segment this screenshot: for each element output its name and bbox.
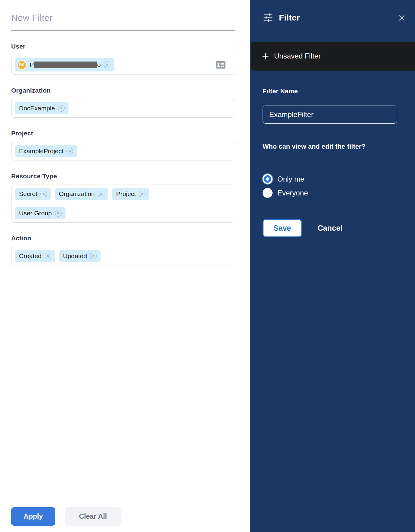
remove-project-chip-icon[interactable]	[66, 148, 73, 154]
resource-type-chip-user-group: User Group	[15, 207, 65, 219]
drawer-title: Filter	[279, 13, 300, 23]
unsaved-filter-label: Unsaved Filter	[274, 52, 321, 60]
user-field-label: User	[11, 43, 250, 50]
resource-type-chip-project: Project	[112, 188, 149, 200]
resource-type-field-label: Resource Type	[11, 173, 250, 180]
drawer-header: Filter	[250, 0, 415, 23]
remove-user-group-chip-icon[interactable]	[55, 210, 62, 217]
remove-created-chip-icon[interactable]	[45, 253, 51, 259]
filter-name-input[interactable]	[263, 106, 397, 124]
user-chip-name: Po	[30, 61, 101, 68]
cancel-button[interactable]: Cancel	[318, 224, 343, 233]
resource-type-chip-secret: Secret	[15, 188, 51, 200]
user-avatar: RS	[17, 60, 27, 70]
filter-screen: New Filter User RS Po Organi	[0, 0, 415, 532]
new-filter-panel: New Filter User RS Po Organi	[0, 0, 250, 532]
action-field-label: Action	[11, 235, 250, 242]
contact-card-icon[interactable]	[215, 61, 226, 69]
organization-field-box[interactable]: DocExample	[11, 99, 235, 118]
resource-type-chip-organization: Organization	[55, 188, 108, 200]
action-chip-created: Created	[15, 250, 55, 262]
organization-field-label: Organization	[11, 87, 250, 94]
clear-all-button[interactable]: Clear All	[65, 507, 121, 526]
radio-only-me[interactable]: Only me	[263, 174, 397, 184]
new-filter-title-input[interactable]: New Filter	[11, 13, 250, 23]
project-chip: ExampleProject	[15, 145, 77, 157]
redacted-name-bar	[34, 62, 97, 68]
unsaved-filter-tab[interactable]: Unsaved Filter	[251, 42, 415, 71]
project-field-box[interactable]: ExampleProject	[11, 142, 235, 160]
save-button[interactable]: Save	[263, 219, 302, 237]
sliders-icon	[263, 13, 273, 23]
radio-only-me-label: Only me	[277, 175, 304, 183]
user-field-box[interactable]: RS Po	[11, 55, 235, 75]
remove-secret-chip-icon[interactable]	[40, 191, 47, 197]
remove-user-chip-icon[interactable]	[104, 62, 110, 68]
title-divider	[11, 30, 235, 31]
radio-everyone[interactable]: Everyone	[263, 188, 397, 198]
apply-button[interactable]: Apply	[11, 507, 55, 526]
project-field-label: Project	[11, 130, 250, 137]
remove-organization-chip-icon[interactable]	[58, 105, 65, 112]
left-panel-footer: Apply Clear All	[11, 507, 121, 526]
action-field-box[interactable]: Created Updated	[11, 247, 235, 265]
remove-updated-chip-icon[interactable]	[90, 253, 97, 259]
organization-chip: DocExample	[15, 102, 69, 114]
user-chip: RS Po	[15, 58, 114, 71]
remove-project-type-chip-icon[interactable]	[139, 191, 145, 197]
plus-icon	[261, 52, 270, 60]
visibility-question: Who can view and edit the filter?	[263, 143, 397, 150]
filter-drawer: Filter Unsaved Filter Filter Name Who ca…	[250, 0, 415, 532]
drawer-actions: Save Cancel	[263, 219, 397, 237]
resource-type-field-box[interactable]: Secret Organization Project User Group	[11, 185, 235, 223]
drawer-content: Filter Name Who can view and edit the fi…	[250, 87, 415, 237]
remove-organization-type-chip-icon[interactable]	[98, 191, 104, 197]
radio-unselected-icon	[263, 188, 273, 198]
radio-selected-icon	[263, 174, 273, 184]
filter-name-label: Filter Name	[263, 87, 397, 95]
radio-everyone-label: Everyone	[277, 189, 308, 197]
close-icon[interactable]	[398, 14, 406, 22]
action-chip-updated: Updated	[59, 250, 101, 262]
